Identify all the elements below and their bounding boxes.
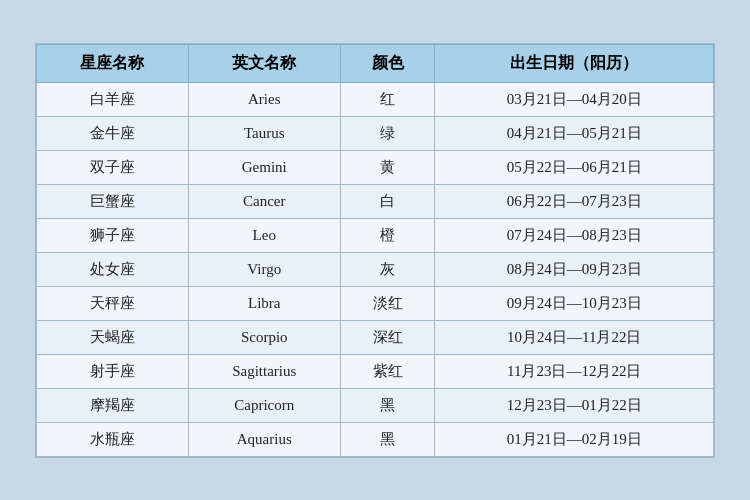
table-row: 天蝎座Scorpio深红10月24日—11月22日	[37, 320, 714, 354]
header-chinese-name: 星座名称	[37, 44, 189, 82]
table-row: 巨蟹座Cancer白06月22日—07月23日	[37, 184, 714, 218]
table-row: 双子座Gemini黄05月22日—06月21日	[37, 150, 714, 184]
table-row: 摩羯座Capricorn黑12月23日—01月22日	[37, 388, 714, 422]
cell-dates: 06月22日—07月23日	[435, 184, 714, 218]
cell-english-name: Aquarius	[188, 422, 340, 456]
cell-dates: 04月21日—05月21日	[435, 116, 714, 150]
table-row: 射手座Sagittarius紫红11月23日—12月22日	[37, 354, 714, 388]
cell-english-name: Leo	[188, 218, 340, 252]
cell-color: 红	[340, 82, 435, 116]
table-body: 白羊座Aries红03月21日—04月20日金牛座Taurus绿04月21日—0…	[37, 82, 714, 456]
cell-english-name: Cancer	[188, 184, 340, 218]
table-header-row: 星座名称 英文名称 颜色 出生日期（阳历）	[37, 44, 714, 82]
cell-chinese-name: 天蝎座	[37, 320, 189, 354]
header-dates: 出生日期（阳历）	[435, 44, 714, 82]
table-row: 天秤座Libra淡红09月24日—10月23日	[37, 286, 714, 320]
cell-english-name: Capricorn	[188, 388, 340, 422]
cell-color: 黑	[340, 388, 435, 422]
cell-chinese-name: 白羊座	[37, 82, 189, 116]
cell-english-name: Sagittarius	[188, 354, 340, 388]
cell-chinese-name: 狮子座	[37, 218, 189, 252]
cell-color: 黑	[340, 422, 435, 456]
cell-chinese-name: 巨蟹座	[37, 184, 189, 218]
zodiac-table: 星座名称 英文名称 颜色 出生日期（阳历） 白羊座Aries红03月21日—04…	[36, 44, 714, 457]
cell-chinese-name: 金牛座	[37, 116, 189, 150]
cell-dates: 03月21日—04月20日	[435, 82, 714, 116]
cell-color: 紫红	[340, 354, 435, 388]
cell-color: 白	[340, 184, 435, 218]
cell-chinese-name: 射手座	[37, 354, 189, 388]
table-row: 狮子座Leo橙07月24日—08月23日	[37, 218, 714, 252]
cell-color: 绿	[340, 116, 435, 150]
cell-chinese-name: 水瓶座	[37, 422, 189, 456]
cell-english-name: Taurus	[188, 116, 340, 150]
cell-color: 淡红	[340, 286, 435, 320]
cell-dates: 01月21日—02月19日	[435, 422, 714, 456]
cell-chinese-name: 天秤座	[37, 286, 189, 320]
cell-english-name: Virgo	[188, 252, 340, 286]
cell-dates: 11月23日—12月22日	[435, 354, 714, 388]
cell-dates: 12月23日—01月22日	[435, 388, 714, 422]
cell-color: 橙	[340, 218, 435, 252]
cell-dates: 09月24日—10月23日	[435, 286, 714, 320]
table-row: 水瓶座Aquarius黑01月21日—02月19日	[37, 422, 714, 456]
cell-dates: 08月24日—09月23日	[435, 252, 714, 286]
cell-chinese-name: 双子座	[37, 150, 189, 184]
table-row: 处女座Virgo灰08月24日—09月23日	[37, 252, 714, 286]
table-row: 金牛座Taurus绿04月21日—05月21日	[37, 116, 714, 150]
cell-english-name: Aries	[188, 82, 340, 116]
header-english-name: 英文名称	[188, 44, 340, 82]
cell-color: 黄	[340, 150, 435, 184]
cell-color: 灰	[340, 252, 435, 286]
cell-chinese-name: 摩羯座	[37, 388, 189, 422]
cell-english-name: Gemini	[188, 150, 340, 184]
cell-english-name: Scorpio	[188, 320, 340, 354]
zodiac-table-container: 星座名称 英文名称 颜色 出生日期（阳历） 白羊座Aries红03月21日—04…	[35, 43, 715, 458]
cell-chinese-name: 处女座	[37, 252, 189, 286]
cell-dates: 05月22日—06月21日	[435, 150, 714, 184]
cell-dates: 07月24日—08月23日	[435, 218, 714, 252]
header-color: 颜色	[340, 44, 435, 82]
cell-english-name: Libra	[188, 286, 340, 320]
cell-color: 深红	[340, 320, 435, 354]
cell-dates: 10月24日—11月22日	[435, 320, 714, 354]
table-row: 白羊座Aries红03月21日—04月20日	[37, 82, 714, 116]
